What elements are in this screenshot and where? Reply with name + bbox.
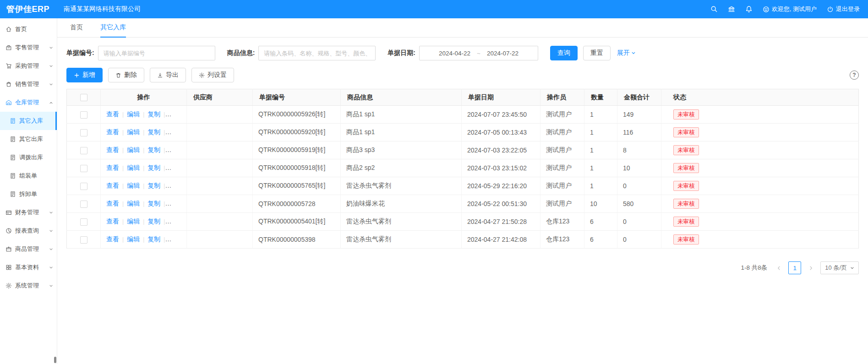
- row-action-copy[interactable]: 复制: [147, 110, 160, 118]
- bill-no-input[interactable]: [98, 46, 215, 60]
- row-checkbox[interactable]: [80, 165, 87, 172]
- product-info-input[interactable]: [258, 46, 376, 60]
- status-badge: 未审核: [673, 127, 699, 137]
- sidebar-item-system[interactable]: 系统管理: [0, 277, 57, 295]
- download-icon: [157, 72, 163, 78]
- cell-amount: 149: [617, 106, 661, 124]
- row-action-edit[interactable]: 编辑: [127, 200, 140, 207]
- welcome-user[interactable]: 欢迎您, 测试用户: [763, 5, 817, 13]
- doc-icon: [10, 118, 16, 124]
- row-checkbox[interactable]: [80, 129, 87, 136]
- date-from-value[interactable]: 2024-04-22: [439, 50, 470, 57]
- app-logo: 管伊佳ERP: [0, 4, 57, 15]
- sidebar-item-reports[interactable]: 报表查询: [0, 222, 57, 240]
- doc-icon: [10, 173, 16, 179]
- help-icon[interactable]: ?: [850, 71, 859, 80]
- sidebar-subitem-transfer-outbound[interactable]: 调拨出库: [0, 148, 57, 167]
- row-action-view[interactable]: 查看: [106, 146, 119, 153]
- row-action-copy[interactable]: 复制: [147, 217, 160, 225]
- row-action-view[interactable]: 查看: [106, 164, 119, 171]
- row-action-edit[interactable]: 编辑: [127, 128, 140, 136]
- cell-date: 2024-04-27 21:42:08: [462, 231, 540, 249]
- table-row: 查看|编辑|复制|删除QTRK00000005398雷达杀虫气雾剂2024-04…: [67, 231, 859, 249]
- row-action-edit[interactable]: 编辑: [127, 235, 140, 243]
- date-range-picker[interactable]: 2024-04-22 ~ 2024-07-22: [419, 46, 538, 60]
- action-divider: |: [164, 129, 165, 136]
- sidebar-item-goods[interactable]: 商品管理: [0, 240, 57, 258]
- row-checkbox[interactable]: [80, 236, 87, 244]
- action-divider: |: [164, 201, 165, 207]
- prev-page-button[interactable]: [773, 262, 785, 274]
- sidebar-item-warehouse[interactable]: 仓库管理: [0, 93, 57, 112]
- page-size-select[interactable]: 10 条/页: [820, 261, 859, 274]
- tab-home[interactable]: 首页: [70, 18, 83, 38]
- row-checkbox[interactable]: [80, 183, 87, 190]
- date-to-value[interactable]: 2024-07-22: [487, 50, 519, 57]
- row-action-copy[interactable]: 复制: [147, 146, 160, 153]
- sidebar-item-basic-data[interactable]: 基本资料: [0, 258, 57, 277]
- action-divider: |: [143, 129, 144, 136]
- row-action-edit[interactable]: 编辑: [127, 182, 140, 189]
- search-icon[interactable]: [710, 5, 718, 13]
- sidebar-subitem-label: 拆卸单: [19, 190, 37, 198]
- current-page-button[interactable]: 1: [788, 261, 801, 274]
- row-action-view[interactable]: 查看: [106, 110, 119, 118]
- cell-supplier: [187, 177, 253, 195]
- page-other-inbound: 单据编号: 商品信息: 单据日期: 2024-04-22 ~ 2024-07-2…: [57, 38, 868, 274]
- export-button[interactable]: 导出: [150, 68, 186, 82]
- row-action-edit[interactable]: 编辑: [127, 164, 140, 171]
- delete-button[interactable]: 删除: [108, 68, 144, 82]
- sidebar-subitem-disassembly-order[interactable]: 拆卸单: [0, 185, 57, 203]
- sidebar-subitem-other-outbound[interactable]: 其它出库: [0, 130, 57, 148]
- sidebar-scrollbar[interactable]: [54, 357, 56, 363]
- organization-icon[interactable]: [728, 5, 735, 13]
- row-action-copy[interactable]: 复制: [147, 164, 160, 171]
- sidebar-subitem-assembly-order[interactable]: 组装单: [0, 167, 57, 185]
- row-action-copy[interactable]: 复制: [147, 182, 160, 189]
- sidebar-item-sales[interactable]: 销售管理: [0, 75, 57, 93]
- smile-icon: [763, 6, 770, 13]
- next-page-button[interactable]: [805, 262, 817, 274]
- row-action-edit[interactable]: 编辑: [127, 217, 140, 225]
- row-checkbox[interactable]: [80, 218, 87, 226]
- row-checkbox[interactable]: [80, 111, 87, 119]
- cell-operator: 仓库123: [540, 213, 584, 231]
- cell-operator: 测试用户: [540, 106, 584, 124]
- row-action-edit[interactable]: 编辑: [127, 110, 140, 118]
- sidebar-item-home[interactable]: 首页: [0, 20, 57, 38]
- cell-qty: 1: [584, 159, 617, 177]
- cell-supplier: [187, 213, 253, 231]
- row-action-copy[interactable]: 复制: [147, 235, 160, 243]
- column-settings-button[interactable]: 列设置: [191, 68, 234, 82]
- row-action-view[interactable]: 查看: [106, 200, 119, 207]
- sidebar-item-retail[interactable]: 零售管理: [0, 38, 57, 57]
- cell-date: 2024-07-07 23:45:50: [462, 106, 540, 124]
- row-action-view[interactable]: 查看: [106, 235, 119, 243]
- sidebar-subitem-other-inbound[interactable]: 其它入库: [0, 112, 57, 130]
- tab-other-inbound[interactable]: 其它入库: [100, 18, 126, 38]
- sidebar-item-purchase[interactable]: 采购管理: [0, 57, 57, 75]
- sidebar-item-finance[interactable]: 财务管理: [0, 203, 57, 222]
- reset-button[interactable]: 重置: [583, 46, 611, 60]
- logout-button[interactable]: 退出登录: [827, 5, 860, 13]
- row-action-view[interactable]: 查看: [106, 182, 119, 189]
- add-button[interactable]: 新增: [66, 68, 103, 82]
- row-action-edit[interactable]: 编辑: [127, 146, 140, 153]
- cell-product: 雷达杀虫气雾剂: [341, 177, 462, 195]
- row-action-copy[interactable]: 复制: [147, 200, 160, 207]
- row-action-copy[interactable]: 复制: [147, 128, 160, 136]
- row-action-view[interactable]: 查看: [106, 128, 119, 136]
- select-all-checkbox[interactable]: [80, 94, 87, 101]
- sidebar: 首页零售管理采购管理销售管理仓库管理其它入库其它出库调拨出库组装单拆卸单财务管理…: [0, 18, 57, 364]
- search-button[interactable]: 查询: [550, 46, 578, 60]
- row-action-view[interactable]: 查看: [106, 217, 119, 225]
- chevron-down-icon: [49, 229, 53, 233]
- row-checkbox[interactable]: [80, 147, 87, 154]
- cell-qty: 6: [584, 231, 617, 249]
- table-row: 查看|编辑|复制|删除QTRK00000005728奶油味爆米花2024-05-…: [67, 195, 859, 213]
- action-divider: |: [122, 147, 124, 153]
- notification-bell-icon[interactable]: [745, 5, 753, 13]
- expand-toggle[interactable]: 展开: [617, 49, 636, 57]
- cell-supplier: [187, 106, 253, 124]
- row-checkbox[interactable]: [80, 201, 87, 208]
